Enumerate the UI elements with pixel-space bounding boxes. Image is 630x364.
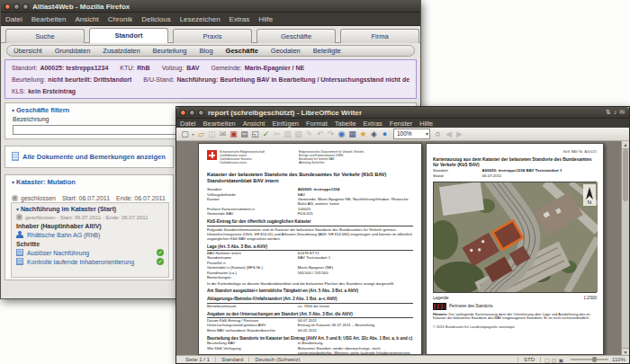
close-button[interactable] (180, 110, 186, 116)
collapse-arrow-icon[interactable]: ▾ (12, 108, 14, 113)
back-icon[interactable]: ◀ (444, 129, 454, 139)
copy-icon[interactable]: ▥ (283, 129, 292, 139)
doc-section-header: Ablagerungs-/Betriebs-/Unfallstandort (A… (207, 297, 413, 303)
navigator-icon[interactable]: ◈ (369, 129, 379, 139)
print-icon[interactable]: ▤ (239, 129, 249, 139)
format-paintbrush-icon[interactable]: ✎ (304, 129, 314, 139)
language-indicator[interactable]: Deutsch (Schweiz) (249, 357, 518, 362)
aerial-map-image: N (433, 182, 597, 293)
new-document-icon[interactable]: ▢ (180, 129, 190, 139)
sub-tab[interactable]: Geodaten (265, 47, 307, 55)
undo-icon[interactable]: ↶ (315, 129, 325, 139)
confed-line: Confederaziun svizra (220, 161, 265, 164)
main-tab[interactable]: Firma (340, 29, 419, 43)
new-dropdown-icon[interactable]: ▾ (191, 129, 195, 139)
document-icon (12, 152, 19, 161)
spellcheck-icon[interactable]: ✓ (261, 129, 271, 139)
pdf-export-icon[interactable]: ▣ (229, 129, 238, 139)
minimize-button[interactable] (189, 110, 195, 116)
menu-item[interactable]: Extras (360, 120, 386, 128)
network-indicator-icon[interactable]: ⇅ (606, 109, 611, 116)
indicator-area: ⇅♪✉ (606, 109, 629, 116)
info-text: B/U-Stand: (143, 76, 174, 83)
menu-item[interactable]: Einfügen (268, 120, 302, 128)
zoom-percentage[interactable]: 110% (612, 357, 626, 362)
selection-mode[interactable]: STD (518, 357, 541, 362)
menu-item[interactable]: Format (302, 120, 331, 128)
maximize-button[interactable] (22, 4, 29, 10)
menu-item[interactable]: Chronik (104, 15, 138, 23)
sub-tab[interactable]: Geschäfte (220, 47, 265, 55)
sub-tab[interactable]: Blog (194, 47, 220, 55)
mail-indicator-icon[interactable]: ✉ (619, 109, 625, 116)
doc-section-header: Lage (Art. 5 Abs. 3 Bst. a AltlV) (207, 244, 413, 251)
minimize-button[interactable] (14, 4, 20, 10)
vertical-scrollbar[interactable]: ▲ ▼ (621, 141, 629, 356)
filter-box-title: Geschäfte filtern (16, 106, 69, 114)
show-all-documents-link[interactable]: Alle Dokumente und Bemerkungen anzeigen (22, 153, 166, 161)
doc-row: Stand06.07.2011 (433, 173, 597, 179)
collapse-arrow-icon[interactable]: ▾ (12, 180, 14, 185)
zoom-slider-knob[interactable] (592, 357, 597, 362)
web-icon[interactable]: ● (380, 129, 390, 139)
close-button[interactable] (4, 4, 11, 10)
menu-item[interactable]: Hilfe (254, 15, 277, 23)
menu-item[interactable]: Datei (176, 120, 200, 128)
zoom-combo[interactable]: 100% (393, 129, 430, 139)
doc-row: Betriebszeitraumca. 1900 bis heute (207, 304, 413, 308)
inhaber-link[interactable]: Rhätische Bahn AG (RhB) (27, 232, 100, 238)
paste-icon[interactable]: ▧ (293, 129, 303, 139)
sub-tab[interactable]: Grunddaten (49, 47, 97, 55)
main-tab[interactable]: Suche (5, 29, 85, 43)
menu-item[interactable]: Ansicht (70, 15, 103, 23)
zoom-icon[interactable]: ○ (433, 129, 443, 139)
step-link[interactable]: Auslöser Nachführung (27, 250, 89, 256)
save-icon[interactable]: ◫ (207, 129, 217, 139)
sub-tab[interactable]: Übersicht (7, 47, 49, 55)
page-preview-icon[interactable]: ◱ (250, 129, 260, 139)
hyperlink-icon[interactable]: ◉ (337, 129, 346, 139)
menu-item[interactable]: Datei (1, 15, 27, 23)
main-tab[interactable]: Standort (89, 28, 168, 43)
maximize-button[interactable] (198, 110, 204, 116)
gallery-icon[interactable]: ★ (358, 129, 368, 139)
view-layout-buttons[interactable]: ▢◫▣ (541, 357, 567, 363)
menu-item[interactable]: Ansicht (239, 120, 269, 128)
collapse-arrow-icon[interactable]: ▾ (16, 207, 19, 212)
firefox-menubar: DateiBearbeitenAnsichtChronikDeliciousLe… (1, 13, 420, 26)
info-line-2: Beurteilung:nicht beurteilt: Drittstando… (12, 74, 410, 85)
zoom-slider[interactable] (571, 359, 608, 360)
open-icon[interactable]: ▱ (196, 129, 206, 139)
info-text: BAV (186, 65, 199, 71)
menu-item[interactable]: Delicious (137, 15, 175, 23)
menu-item[interactable]: Hilfe (416, 120, 436, 128)
table-icon[interactable]: ▦ (347, 129, 357, 139)
sub-tab[interactable]: Beteiligte (307, 47, 347, 55)
scrollbar-thumb[interactable] (623, 149, 628, 201)
cut-icon[interactable]: ✂ (272, 129, 282, 139)
main-tabs: SucheStandortPraxisGeschäfteFirma (1, 26, 420, 43)
nachfuehrung-subbox: ▾Nachführung im Kataster (Start) geschlo… (11, 202, 169, 278)
menu-item[interactable]: Tabelle (331, 120, 360, 128)
completed-check-icon: ✓ (157, 258, 164, 265)
step-link[interactable]: Kontrolle laufende Inhaberorientierung (27, 259, 134, 265)
menu-item[interactable]: Fenster (386, 120, 416, 128)
main-tab[interactable]: Praxis (173, 29, 252, 43)
sub-tab[interactable]: Beurteilung (147, 47, 194, 55)
menu-item[interactable]: Lesezeichen (176, 15, 225, 23)
paragraph-style[interactable]: Standard (216, 357, 249, 362)
email-icon[interactable]: ✉ (218, 129, 228, 139)
info-text: KTU: (120, 65, 134, 71)
menu-item[interactable]: Extras (225, 15, 255, 23)
sub-tab[interactable]: Zusatzdaten (96, 47, 146, 55)
redo-icon[interactable]: ↷ (326, 129, 336, 139)
bezeichnung-input[interactable] (13, 125, 189, 135)
schritte-label: Schritte (16, 241, 164, 247)
scroll-up-arrow[interactable]: ▲ (622, 141, 629, 149)
volume-indicator-icon[interactable]: ♪ (614, 109, 617, 116)
menu-item[interactable]: Bearbeiten (200, 120, 239, 128)
forward-icon[interactable]: ▶ (454, 129, 464, 139)
info-text: nicht beurteilt: Drittstandort (48, 76, 131, 83)
main-tab[interactable]: Geschäfte (256, 29, 336, 43)
menu-item[interactable]: Bearbeiten (27, 15, 71, 23)
